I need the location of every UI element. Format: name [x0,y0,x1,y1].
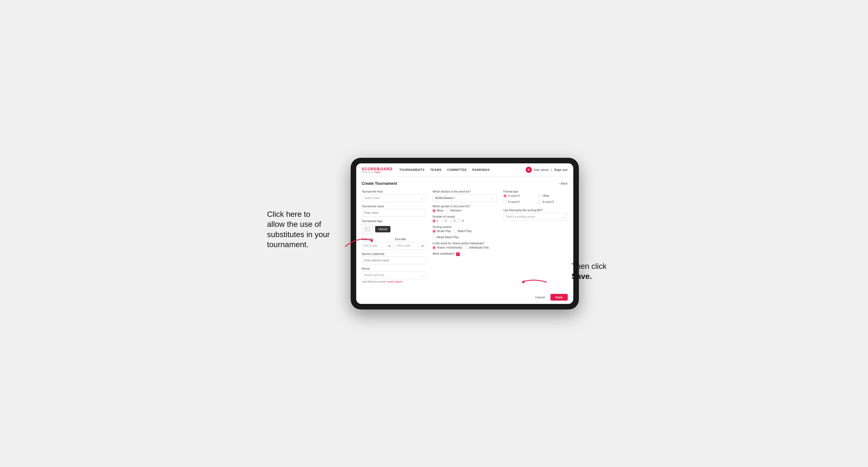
svg-point-2 [366,228,367,229]
save-button[interactable]: Save [551,294,568,301]
allow-subs-group[interactable]: Allow substitutes? ✓ [432,252,497,256]
scoring-service-select[interactable]: Select a scoring service ⌄ [503,213,568,221]
calendar-icon-2: ▦ [421,244,424,247]
nav-logo: SCOREBOARD Powered by clippd [362,167,393,173]
format-other-radio[interactable] [538,194,541,197]
form-footer: Cancel Save [356,290,573,304]
form-grid: Tournament Host Search team Tournament n… [362,190,568,286]
scoring-match[interactable]: Match Play [454,229,471,233]
allow-subs-label: Allow substitutes? [432,252,455,255]
nav-user: B blair admin | Sign out [526,167,568,173]
nav-teams[interactable]: TEAMS [430,167,442,173]
nav-tournaments[interactable]: TOURNAMENTS [399,167,425,173]
scoring-medal-radio[interactable] [432,236,436,239]
rounds-2[interactable]: 2 [441,219,447,223]
annotation-right: Then click Save. [571,261,607,282]
rounds-1[interactable]: 1 [432,219,438,223]
event-teams[interactable]: Teams (+Individuals) [432,246,462,249]
arrow-left-icon [342,233,376,249]
format-6count5-radio[interactable] [538,200,541,204]
navigation: SCOREBOARD Powered by clippd TOURNAMENTS… [356,163,573,177]
tournament-host-label: Tournament Host [362,190,426,193]
rounds-radio-group: 1 2 3 [432,219,497,223]
tournament-host-input[interactable]: Search team [362,194,426,202]
nav-committee[interactable]: COMMITTEE [447,167,467,173]
venue-label: Venue [362,267,426,270]
tournament-logo-label: Tournament logo [362,220,426,223]
page-header: Create Tournament Back [362,181,568,186]
upload-button[interactable]: Upload [375,226,391,232]
back-button[interactable]: Back [559,182,567,185]
scoring-group: Scoring system Stroke Play Match Play [432,225,497,239]
nav-divider: | [551,168,552,172]
scoring-label: Scoring system [432,225,497,228]
event-individuals-radio[interactable] [465,246,468,249]
format-6count4[interactable]: 6 count 4 [503,200,533,204]
venue-help: Can't find your venue? email support [362,280,426,283]
format-5count4[interactable]: 5 count 4 [503,194,533,197]
rounds-4-radio[interactable] [458,219,461,223]
scoring-match-radio[interactable] [454,229,457,233]
form-column-2: Which division is the event for? NCAA Di… [432,190,497,286]
nav-rankings[interactable]: RANKINGS [472,167,490,173]
rounds-3[interactable]: 3 [450,219,455,223]
division-select[interactable]: NCAA Division I [432,194,497,202]
scoring-api-label: Use third-party live scoring API? [503,209,568,212]
end-date-input[interactable]: Pick a date ▦ [395,242,426,250]
venue-group: Venue Search golf club Can't find your v… [362,267,426,283]
rounds-label: Number of rounds [432,215,497,218]
page-content: Create Tournament Back Tournament Host S… [356,177,573,290]
nav-links: TOURNAMENTS TEAMS COMMITTEE RANKINGS [399,167,526,173]
format-5count4-radio[interactable] [503,194,507,197]
sponsor-input[interactable] [362,257,426,264]
tournament-name-group: Tournament name [362,205,426,217]
form-column-3: Format type 5 count 4 Other [503,190,568,286]
event-teams-radio[interactable] [432,246,436,249]
tournament-name-label: Tournament name [362,205,426,208]
annotation-left: Click here toallow the use ofsubstitutes… [267,209,330,250]
format-label: Format type [503,190,568,193]
sign-out-link[interactable]: Sign out [554,167,568,173]
gender-womens[interactable]: Womens [446,209,461,212]
allow-subs-checkbox[interactable]: ✓ [456,252,460,256]
gender-mens-radio[interactable] [432,209,436,212]
division-label: Which division is the event for? [432,190,497,193]
format-other[interactable]: Other [538,194,567,197]
scoring-medal[interactable]: Medal Match Play [432,236,459,239]
scoring-radio-group: Stroke Play Match Play Medal Match Play [432,229,497,239]
rounds-4[interactable]: 4 [458,219,464,223]
gender-womens-radio[interactable] [446,209,450,212]
format-6count4-radio[interactable] [503,200,507,204]
calendar-icon: ▦ [388,244,391,247]
scoring-stroke[interactable]: Stroke Play [432,229,451,233]
end-date-label: End date [395,238,426,241]
tournament-logo-group: Tournament logo Upload [362,220,426,235]
event-type-label: Is this event for Teams and/or Individua… [432,242,497,245]
logo-title: SCOREBOARD [362,167,393,171]
rounds-group: Number of rounds 1 2 [432,215,497,223]
page-title: Create Tournament [362,181,397,186]
gender-radio-group: Mens Womens [432,209,497,212]
scoring-api-group: Use third-party live scoring API? Select… [503,209,568,221]
scoring-stroke-radio[interactable] [432,229,436,233]
gender-mens[interactable]: Mens [432,209,443,212]
gender-group: Which gender is the event for? Mens Wome… [432,205,497,212]
event-type-radio-group: Teams (+Individuals) Individuals Only [432,246,497,249]
tournament-name-input[interactable] [362,209,426,217]
event-individuals[interactable]: Individuals Only [465,246,489,249]
rounds-1-radio[interactable] [432,219,436,223]
end-date-group: End date Pick a date ▦ [395,238,426,250]
rounds-2-radio[interactable] [441,219,444,223]
format-6count5[interactable]: 6 count 5 [538,200,567,204]
venue-input[interactable]: Search golf club [362,271,426,279]
logo-subtitle: Powered by clippd [362,171,393,173]
user-name: blair admin [534,168,549,172]
cancel-button[interactable]: Cancel [532,294,548,301]
sponsor-group: Sponsor (optional) [362,252,426,264]
rounds-3-radio[interactable] [450,219,453,223]
email-support-link[interactable]: email support [388,280,402,283]
sponsor-label: Sponsor (optional) [362,252,426,255]
format-type-group: Format type 5 count 4 Other [503,190,568,206]
avatar: B [526,167,532,173]
tournament-host-group: Tournament Host Search team [362,190,426,202]
